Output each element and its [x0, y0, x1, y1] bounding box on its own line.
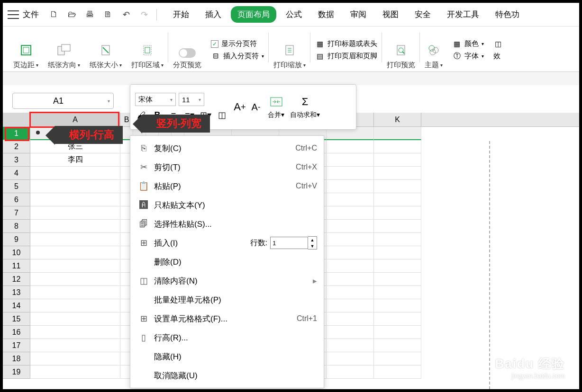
hamburger-icon[interactable] [8, 10, 19, 19]
fill-color-button[interactable]: ◫ [216, 109, 228, 121]
cell[interactable] [374, 312, 421, 326]
cell[interactable] [327, 167, 374, 180]
cell[interactable] [30, 352, 120, 365]
row-header[interactable]: 10 [3, 246, 30, 259]
cell[interactable] [30, 193, 120, 206]
row-header[interactable]: 14 [3, 299, 30, 312]
cell[interactable] [374, 233, 421, 246]
cell[interactable] [327, 352, 374, 365]
ribbon-show-breaks[interactable]: ✓显示分页符 [211, 39, 257, 48]
cell[interactable] [30, 246, 120, 259]
cell[interactable] [374, 153, 421, 167]
cell[interactable] [327, 193, 374, 206]
undo-icon[interactable]: ↶ [120, 9, 132, 20]
cell[interactable] [327, 312, 374, 326]
row-header[interactable]: 9 [3, 233, 30, 246]
select-all-corner[interactable] [3, 113, 30, 126]
spin-up[interactable]: ▲ [308, 237, 317, 243]
cell[interactable]: 李四 [30, 153, 120, 167]
row-header[interactable]: 19 [3, 365, 30, 379]
cell[interactable] [327, 299, 374, 312]
tab-公式[interactable]: 公式 [279, 6, 309, 23]
cell[interactable] [327, 220, 374, 233]
ribbon-print-preview[interactable]: 打印预览 [382, 30, 420, 70]
context-menu-item[interactable]: 📋粘贴(P)Ctrl+V [130, 177, 324, 196]
cell[interactable] [327, 326, 374, 339]
cell[interactable] [374, 246, 421, 259]
new-icon[interactable]: 🗋 [48, 9, 60, 20]
context-menu-item[interactable]: 批量处理单元格(P) [130, 290, 324, 309]
cell[interactable] [30, 365, 120, 379]
ribbon-print-scale[interactable]: 打印缩放▾ [269, 30, 310, 70]
context-menu-item[interactable]: 🗐选择性粘贴(S)... [130, 214, 324, 233]
cell[interactable] [30, 326, 120, 339]
toggle-switch[interactable] [179, 48, 196, 58]
cell[interactable] [327, 339, 374, 352]
context-menu-item[interactable]: ⊞设置单元格格式(F)...Ctrl+1 [130, 309, 324, 328]
cell[interactable] [374, 140, 421, 153]
cell[interactable] [327, 259, 374, 273]
row-header[interactable]: 3 [3, 153, 30, 167]
ribbon-colors[interactable]: ▦颜色▾ [452, 39, 484, 49]
tab-插入[interactable]: 插入 [199, 6, 228, 23]
ribbon-theme[interactable]: 主题▾ [420, 30, 447, 70]
ribbon-print-titles[interactable]: ▦打印标题或表头 [315, 39, 377, 49]
tab-审阅[interactable]: 审阅 [344, 6, 373, 23]
context-menu-item[interactable]: ◫清除内容(N)▸ [130, 271, 324, 290]
ribbon-insert-break[interactable]: ⊟插入分页符▾ [211, 51, 264, 61]
cell[interactable] [30, 259, 120, 273]
cell[interactable] [30, 299, 120, 312]
cell[interactable] [374, 339, 421, 352]
ribbon-header-footer[interactable]: ▤打印页眉和页脚 [315, 52, 377, 61]
decrease-font-icon[interactable]: A- [250, 101, 262, 113]
cell[interactable] [374, 259, 421, 273]
cell[interactable] [374, 365, 421, 379]
cell[interactable] [374, 127, 421, 140]
cell[interactable] [327, 233, 374, 246]
row-header[interactable]: 5 [3, 180, 30, 193]
cell[interactable] [327, 365, 374, 379]
ribbon-orientation[interactable]: 纸张方向▾ [43, 30, 85, 70]
tab-数据[interactable]: 数据 [311, 6, 341, 23]
row-header[interactable]: 7 [3, 206, 30, 220]
cell[interactable] [374, 180, 421, 193]
tab-开始[interactable]: 开始 [166, 6, 196, 23]
cell[interactable] [327, 246, 374, 259]
row-header[interactable]: 15 [3, 312, 30, 326]
row-header[interactable]: 6 [3, 193, 30, 206]
cell[interactable] [327, 206, 374, 220]
increase-font-icon[interactable]: A+ [234, 101, 246, 113]
ribbon-fonts[interactable]: Ⓣ字体▾ [452, 52, 484, 61]
column-header[interactable]: K [374, 113, 421, 126]
merge-button[interactable]: 合并▾ [268, 95, 284, 119]
print-icon[interactable]: 🗎 [102, 9, 114, 20]
cell[interactable] [30, 312, 120, 326]
cell[interactable] [374, 273, 421, 286]
tab-视图[interactable]: 视图 [376, 6, 405, 23]
tab-特色功[interactable]: 特色功 [489, 6, 526, 23]
row-header[interactable]: 16 [3, 326, 30, 339]
font-size-select[interactable]: 11▾ [179, 93, 204, 106]
cell[interactable] [374, 220, 421, 233]
context-menu-item[interactable]: ✂剪切(T)Ctrl+X [130, 158, 324, 177]
cell[interactable] [30, 206, 120, 220]
cell[interactable] [327, 153, 374, 167]
autosum-button[interactable]: Σ 自动求和▾ [290, 95, 320, 119]
row-header[interactable]: 4 [3, 167, 30, 180]
context-menu-item[interactable]: 删除(D) [130, 252, 324, 271]
cell[interactable] [30, 273, 120, 286]
context-menu-item[interactable]: ⎘复制(C)Ctrl+C [130, 139, 324, 158]
context-menu-item[interactable]: ⊞插入(I)行数:▲▼ [130, 233, 324, 252]
row-header[interactable]: 11 [3, 259, 30, 273]
row-header[interactable]: 8 [3, 220, 30, 233]
ribbon-margins[interactable]: 页边距▾ [9, 30, 43, 70]
cell[interactable] [30, 167, 120, 180]
cell[interactable] [374, 167, 421, 180]
spin-down[interactable]: ▼ [308, 243, 317, 249]
cell[interactable] [327, 273, 374, 286]
tab-开发工具[interactable]: 开发工具 [440, 6, 486, 23]
save-icon[interactable]: 🖶 [84, 9, 96, 20]
ribbon-effects[interactable]: 效 [493, 52, 500, 61]
open-icon[interactable]: 🗁 [66, 9, 78, 20]
cell[interactable] [374, 326, 421, 339]
